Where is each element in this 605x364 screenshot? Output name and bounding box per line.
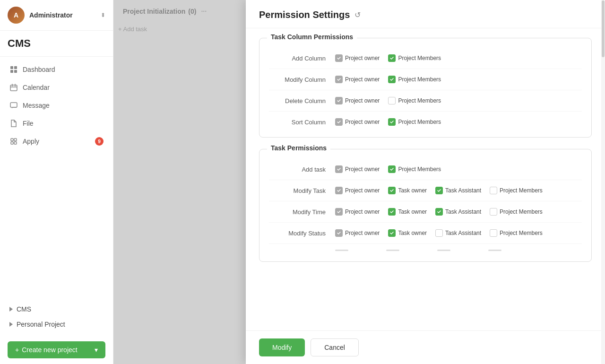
add-task-owner-check[interactable]: Project owner	[335, 165, 380, 173]
perm-row-add-column: Add Column Project owner	[269, 48, 582, 69]
add-column-label: Add Column	[269, 55, 335, 62]
modify-time-owner-checkbox[interactable]	[335, 208, 343, 216]
loading-lines	[335, 250, 501, 251]
permission-dialog: ✕ Permission Settings ↺ Task Column Perm…	[246, 0, 605, 364]
section-title-wrap-column: Task Column Permissions	[267, 33, 357, 41]
modify-column-checks: Project owner Project Members	[335, 76, 447, 83]
modify-time-members-label: Project Members	[500, 208, 543, 215]
modify-status-assistant-checkbox[interactable]	[435, 229, 443, 237]
perm-row-modify-status: Modify Status Project owner	[269, 223, 582, 244]
delete-column-members-check[interactable]: Project Members	[388, 97, 441, 104]
modify-time-assistant-check[interactable]: Task Assistant	[435, 208, 481, 216]
sort-column-checks: Project owner Project Members	[335, 118, 447, 126]
add-column-members-checkbox[interactable]	[388, 54, 396, 62]
modify-task-members-check[interactable]: Project Members	[490, 187, 543, 194]
delete-column-checks: Project owner Project Members	[335, 97, 447, 104]
modify-time-task-owner-check[interactable]: Task owner	[388, 208, 427, 216]
add-column-owner-check[interactable]: Project owner	[335, 54, 380, 62]
modify-task-checks: Project owner Task owner	[335, 187, 548, 194]
add-task-members-checkbox[interactable]	[388, 165, 396, 173]
modify-time-members-checkbox[interactable]	[490, 208, 497, 216]
modify-time-owner-check[interactable]: Project owner	[335, 208, 380, 216]
perm-row-modify-column: Modify Column Project owner	[269, 69, 582, 90]
add-task-owner-checkbox[interactable]	[335, 165, 343, 173]
modify-button[interactable]: Modify	[259, 338, 305, 356]
sort-column-owner-check[interactable]: Project owner	[335, 118, 380, 126]
dialog-header: Permission Settings ↺	[246, 0, 605, 28]
section-body-column: Add Column Project owner	[259, 38, 591, 137]
modify-time-members-check[interactable]: Project Members	[490, 208, 543, 216]
modify-status-members-checkbox[interactable]	[490, 229, 497, 237]
add-task-members-check[interactable]: Project Members	[388, 165, 441, 173]
sort-column-members-check[interactable]: Project Members	[388, 118, 441, 126]
add-column-owner-label: Project owner	[345, 55, 380, 61]
dialog-title: Permission Settings	[259, 9, 350, 20]
scrollbar-track[interactable]	[601, 0, 605, 364]
loading-row	[269, 244, 582, 257]
modify-column-label: Modify Column	[269, 76, 335, 83]
modify-time-task-owner-label: Task owner	[398, 208, 427, 215]
modify-status-task-owner-checkbox[interactable]	[388, 229, 396, 237]
modify-status-assistant-check[interactable]: Task Assistant	[435, 229, 481, 237]
loading-line-2	[386, 250, 399, 251]
delete-column-owner-checkbox[interactable]	[335, 97, 343, 104]
dialog-body: Task Column Permissions Add Column Proje…	[246, 28, 605, 330]
modify-task-task-owner-label: Task owner	[398, 187, 427, 194]
modify-status-task-owner-label: Task owner	[398, 230, 427, 236]
modify-status-task-owner-check[interactable]: Task owner	[388, 229, 427, 237]
modify-task-task-owner-check[interactable]: Task owner	[388, 187, 427, 194]
sort-column-label: Sort Column	[269, 119, 335, 126]
perm-row-delete-column: Delete Column Project owner Project Memb	[269, 90, 582, 112]
modify-status-label: Modify Status	[269, 230, 335, 237]
modify-status-owner-checkbox[interactable]	[335, 229, 343, 237]
loading-line-4	[488, 250, 501, 251]
delete-column-members-checkbox[interactable]	[388, 97, 396, 104]
add-column-members-check[interactable]: Project Members	[388, 54, 441, 62]
perm-row-add-task: Add task Project owner	[269, 159, 582, 180]
sort-column-members-checkbox[interactable]	[388, 118, 396, 126]
modify-column-owner-label: Project owner	[345, 76, 380, 83]
modify-status-owner-label: Project owner	[345, 230, 380, 236]
delete-column-members-label: Project Members	[398, 97, 441, 104]
modify-time-assistant-checkbox[interactable]	[435, 208, 443, 216]
sort-column-owner-checkbox[interactable]	[335, 118, 343, 126]
section-title-wrap-task: Task Permissions	[267, 144, 330, 152]
modify-time-task-owner-checkbox[interactable]	[388, 208, 396, 216]
sort-column-owner-label: Project owner	[345, 119, 380, 125]
modify-task-assistant-check[interactable]: Task Assistant	[435, 187, 481, 194]
delete-column-owner-check[interactable]: Project owner	[335, 97, 380, 104]
perm-row-modify-time: Modify Time Project owner	[269, 201, 582, 223]
dialog-footer: Modify Cancel	[246, 330, 605, 364]
modify-column-members-check[interactable]: Project Members	[388, 76, 441, 83]
modify-status-members-check[interactable]: Project Members	[490, 229, 543, 237]
refresh-icon[interactable]: ↺	[354, 10, 361, 19]
modify-task-task-owner-checkbox[interactable]	[388, 187, 396, 194]
perm-row-sort-column: Sort Column Project owner	[269, 112, 582, 132]
modify-task-members-checkbox[interactable]	[490, 187, 497, 194]
task-permissions-section: Task Permissions Add task Project owner	[259, 149, 592, 262]
add-task-checks: Project owner Project Members	[335, 165, 447, 173]
modify-time-owner-label: Project owner	[345, 208, 380, 215]
modify-task-owner-check[interactable]: Project owner	[335, 187, 380, 194]
add-task-members-label: Project Members	[398, 166, 441, 173]
task-permissions-title: Task Permissions	[271, 144, 327, 152]
modify-task-owner-checkbox[interactable]	[335, 187, 343, 194]
cancel-button[interactable]: Cancel	[311, 338, 359, 356]
add-task-owner-label: Project owner	[345, 166, 380, 173]
modify-status-owner-check[interactable]: Project owner	[335, 229, 380, 237]
add-column-checks: Project owner Project Members	[335, 54, 447, 62]
modify-task-assistant-checkbox[interactable]	[435, 187, 443, 194]
modify-column-owner-check[interactable]: Project owner	[335, 76, 380, 83]
delete-column-label: Delete Column	[269, 97, 335, 104]
modify-time-assistant-label: Task Assistant	[445, 208, 481, 215]
modify-column-owner-checkbox[interactable]	[335, 76, 343, 83]
modify-column-members-checkbox[interactable]	[388, 76, 396, 83]
modify-task-owner-label: Project owner	[345, 187, 380, 194]
delete-column-owner-label: Project owner	[345, 97, 380, 104]
task-column-permissions-title: Task Column Permissions	[271, 33, 353, 41]
scrollbar-thumb[interactable]	[602, 0, 605, 57]
section-body-task: Add task Project owner	[259, 149, 591, 261]
sort-column-members-label: Project Members	[398, 119, 441, 125]
task-column-permissions-section: Task Column Permissions Add Column Proje…	[259, 38, 592, 138]
add-column-owner-checkbox[interactable]	[335, 54, 343, 62]
